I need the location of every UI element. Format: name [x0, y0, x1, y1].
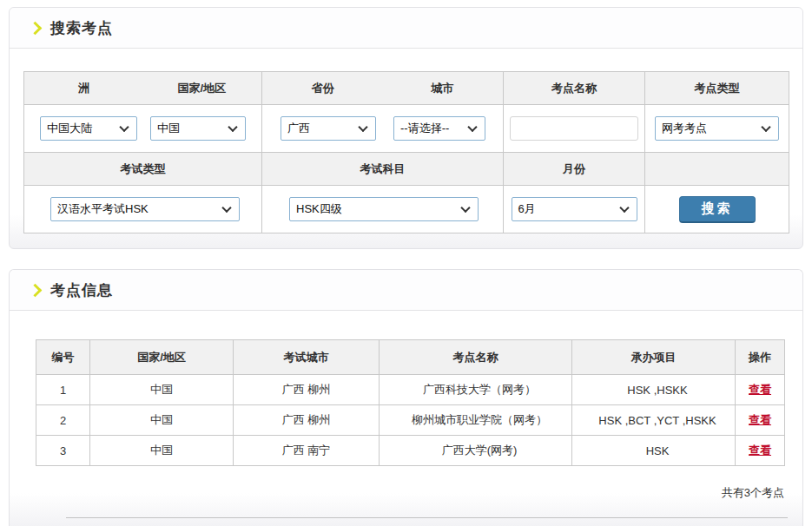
view-link[interactable]: 查看 — [749, 444, 771, 457]
province-select[interactable]: 广西 — [281, 116, 376, 141]
exam-subject-header: 考试科目 — [262, 153, 504, 186]
col-header-center: 考点名称 — [380, 340, 572, 375]
test-center-info-panel: 考点信息 编号 国家/地区 考试城市 考点名称 承办项目 操作 1 中国 广西 … — [9, 269, 803, 526]
chevron-right-icon — [29, 284, 43, 298]
continent-header: 洲 — [25, 81, 143, 96]
search-button[interactable]: 搜索 — [679, 196, 756, 223]
center-type-header: 考点类型 — [645, 72, 789, 105]
form-control-row-2: 汉语水平考试HSK HSK四级 6月 — [24, 186, 789, 233]
cell-no: 3 — [36, 436, 90, 466]
month-select[interactable]: 6月 — [512, 197, 637, 221]
city-header: 城市 — [383, 81, 503, 96]
chevron-right-icon — [29, 22, 43, 36]
cell-center: 柳州城市职业学院（网考） — [380, 405, 572, 436]
cell-city: 广西 南宁 — [234, 436, 380, 466]
chevron-down-icon — [467, 122, 477, 132]
cell-city: 广西 柳州 — [234, 405, 380, 436]
center-name-header: 考点名称 — [504, 72, 645, 105]
cell-programs: HSK ,BCT ,YCT ,HSKK — [572, 405, 736, 436]
month-select-value: 6月 — [518, 201, 536, 217]
col-header-country: 国家/地区 — [90, 340, 234, 375]
view-link[interactable]: 查看 — [749, 383, 771, 396]
col-header-no: 编号 — [36, 340, 90, 375]
empty-header-cell — [645, 153, 789, 186]
center-name-input[interactable] — [510, 116, 638, 141]
search-panel-header: 搜索考点 — [10, 8, 802, 49]
country-select-value: 中国 — [157, 121, 180, 136]
city-select[interactable]: --请选择-- — [393, 116, 485, 141]
cell-country: 中国 — [90, 405, 234, 436]
table-header-row: 编号 国家/地区 考试城市 考点名称 承办项目 操作 — [36, 340, 785, 375]
table-row: 3 中国 广西 南宁 广西大学(网考) HSK 查看 — [36, 436, 785, 466]
province-header: 省份 — [263, 81, 383, 96]
search-test-center-panel: 搜索考点 洲 国家/地区 省份 城市 考点名称 考点类型 — [9, 7, 803, 249]
table-row: 2 中国 广西 柳州 柳州城市职业学院（网考） HSK ,BCT ,YCT ,H… — [36, 405, 785, 436]
cell-city: 广西 柳州 — [234, 375, 380, 405]
chevron-down-icon — [761, 122, 770, 132]
cell-center: 广西大学(网考) — [380, 436, 572, 466]
info-panel-title: 考点信息 — [50, 280, 113, 300]
form-header-row-1: 洲 国家/地区 省份 城市 考点名称 考点类型 — [24, 72, 789, 105]
info-panel-header: 考点信息 — [10, 270, 802, 311]
cell-center: 广西科技大学（网考） — [380, 375, 572, 405]
exam-subject-select-value: HSK四级 — [296, 201, 342, 217]
exam-type-select[interactable]: 汉语水平考试HSK — [50, 197, 240, 221]
view-link[interactable]: 查看 — [749, 413, 771, 426]
chevron-down-icon — [619, 203, 629, 213]
cell-country: 中国 — [90, 436, 234, 466]
chevron-down-icon — [119, 122, 129, 132]
cell-programs: HSK ,HSKK — [572, 375, 736, 405]
search-form-table: 洲 国家/地区 省份 城市 考点名称 考点类型 中国大陆 — [23, 71, 789, 233]
chevron-down-icon — [221, 203, 231, 213]
col-header-action: 操作 — [736, 340, 785, 375]
chevron-down-icon — [228, 122, 237, 132]
exam-type-header: 考试类型 — [24, 153, 262, 186]
city-select-value: --请选择-- — [400, 121, 449, 136]
center-type-select-value: 网考考点 — [662, 121, 707, 136]
exam-type-select-value: 汉语水平考试HSK — [57, 201, 149, 217]
bottom-divider — [66, 517, 788, 518]
form-control-row-1: 中国大陆 中国 广西 --请选择-- — [24, 105, 789, 153]
cell-no: 1 — [36, 375, 90, 405]
continent-select[interactable]: 中国大陆 — [40, 116, 137, 141]
month-header: 月份 — [504, 153, 645, 186]
col-header-city: 考试城市 — [234, 340, 380, 375]
exam-subject-select[interactable]: HSK四级 — [289, 197, 479, 221]
province-select-value: 广西 — [287, 121, 310, 136]
search-panel-title: 搜索考点 — [50, 18, 113, 38]
continent-select-value: 中国大陆 — [47, 121, 92, 136]
form-header-row-2: 考试类型 考试科目 月份 — [24, 153, 789, 186]
result-count-summary: 共有3个考点 — [10, 466, 802, 501]
chevron-down-icon — [358, 122, 367, 132]
cell-country: 中国 — [90, 375, 234, 405]
table-row: 1 中国 广西 柳州 广西科技大学（网考） HSK ,HSKK 查看 — [36, 375, 785, 405]
cell-no: 2 — [36, 405, 90, 436]
center-type-select[interactable]: 网考考点 — [655, 116, 779, 141]
col-header-programs: 承办项目 — [572, 340, 736, 375]
cell-programs: HSK — [572, 436, 736, 466]
country-select[interactable]: 中国 — [150, 116, 246, 141]
test-center-table: 编号 国家/地区 考试城市 考点名称 承办项目 操作 1 中国 广西 柳州 广西… — [36, 339, 785, 466]
country-header: 国家/地区 — [143, 81, 261, 96]
chevron-down-icon — [460, 203, 470, 213]
